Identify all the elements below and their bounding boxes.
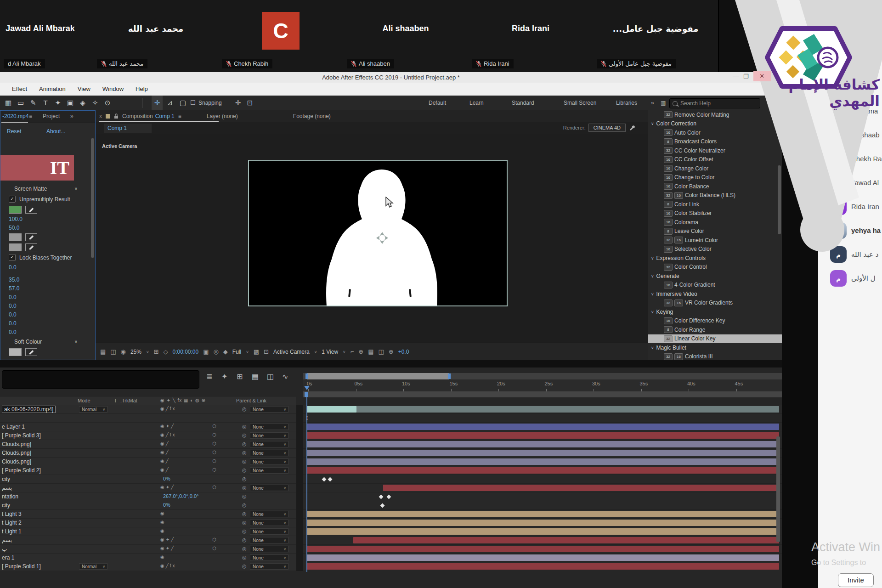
parent-dropdown[interactable]: None∨: [250, 441, 288, 447]
effects-item[interactable]: 8Broadcast Colors: [648, 137, 782, 147]
ec-dropdown-row[interactable]: Screen Matte∨: [0, 183, 91, 194]
layer-bar-cell[interactable]: [303, 519, 782, 527]
layer-name[interactable]: t Light 3: [2, 511, 22, 517]
layer-duration-bar[interactable]: [353, 537, 779, 543]
layer-duration-bar[interactable]: [307, 511, 779, 517]
tool-icon[interactable]: ✧: [90, 96, 101, 110]
menu-effect[interactable]: Effect: [12, 83, 27, 96]
layer-switches[interactable]: ◉╱: [160, 450, 170, 455]
tool-icon[interactable]: ⊙: [102, 96, 113, 110]
timeline-row[interactable]: Clouds.png]◉╱⬡◎None∨: [0, 449, 782, 458]
workspace-learn[interactable]: Learn: [469, 96, 484, 110]
layer-bar-cell[interactable]: [303, 501, 782, 510]
color-swatch[interactable]: [9, 348, 22, 356]
tool-icon[interactable]: ▦: [3, 96, 14, 110]
viewer-option[interactable]: 25%: [130, 349, 141, 355]
collapse-switch-icon[interactable]: ⬡: [212, 546, 216, 551]
tab-composition-name[interactable]: Comp 1: [155, 113, 175, 119]
menu-view[interactable]: View: [78, 83, 90, 96]
parent-dropdown[interactable]: None∨: [250, 528, 288, 535]
collapse-switch-icon[interactable]: ⬡: [212, 458, 216, 464]
layer-duration-bar[interactable]: [307, 546, 779, 552]
parent-dropdown[interactable]: None∨: [250, 424, 288, 430]
workspace-overflow-icon[interactable]: »: [651, 96, 654, 110]
layer-name[interactable]: Clouds.png]: [2, 441, 31, 447]
col-trkmat[interactable]: .TrkMat: [120, 398, 137, 403]
work-area-segment[interactable]: [307, 373, 449, 379]
effects-item[interactable]: 8Color Range: [648, 325, 782, 334]
pickwhip-icon[interactable]: ◎: [242, 476, 247, 482]
ec-dropdown-row[interactable]: Soft Colour∨: [0, 336, 91, 347]
color-swatch[interactable]: [9, 233, 22, 241]
layer-switches[interactable]: ◉✦╱: [160, 485, 175, 490]
layer-name-cell[interactable]: ب◉✦╱⬡◎None∨: [0, 545, 296, 554]
layer-name-cell[interactable]: Clouds.png]◉╱⬡◎None∨: [0, 449, 296, 458]
col-parent-link[interactable]: Parent & Link: [236, 398, 266, 403]
about-link[interactable]: About...: [46, 128, 65, 135]
tab-composition-label[interactable]: Composition: [122, 113, 153, 119]
timeline-toolbar-icon[interactable]: ✦: [221, 372, 227, 381]
tab-layer[interactable]: Layer (none): [207, 113, 238, 119]
viewer-icon[interactable]: ⊕: [358, 348, 363, 355]
pickwhip-icon[interactable]: ◎: [242, 511, 247, 517]
effects-item[interactable]: 16CC Color Offset: [648, 155, 782, 164]
effects-item[interactable]: 32Linear Color Key: [648, 334, 782, 344]
layer-name[interactable]: ب: [2, 546, 7, 552]
restore-button[interactable]: ❐: [743, 73, 749, 80]
tool-icon[interactable]: ▣: [65, 96, 76, 110]
ec-dropdown-label[interactable]: Soft Colour: [14, 339, 42, 345]
tool-icon[interactable]: T: [40, 96, 51, 110]
collapse-switch-icon[interactable]: ⬡: [212, 467, 216, 472]
timeline-row[interactable]: بسم◉✦╱⬡◎None∨: [0, 536, 782, 545]
pickwhip-icon[interactable]: ◎: [242, 520, 247, 526]
chevron-down-icon[interactable]: ∨: [651, 292, 654, 296]
viewer-icon[interactable]: ◎: [213, 348, 218, 355]
layer-duration-bar[interactable]: [307, 563, 779, 570]
camera-tool-icon[interactable]: ▢: [177, 96, 188, 110]
collapse-switch-icon[interactable]: ⬡: [212, 441, 216, 446]
layer-name-cell[interactable]: ak 08-06-2020.mp4]Normal∨◉╱fx◎None∨: [0, 405, 296, 414]
layer-bar-cell[interactable]: [303, 554, 782, 562]
ec-value[interactable]: 57.0: [9, 285, 19, 292]
work-area-end-handle[interactable]: [448, 373, 451, 379]
layer-switches[interactable]: ◉╱: [160, 458, 170, 464]
layer-bar-cell[interactable]: [303, 405, 782, 414]
timeline-row[interactable]: t Light 2◉◎None∨: [0, 519, 782, 527]
effects-item[interactable]: 16Color Stabilizer: [648, 209, 782, 218]
layer-bar-cell[interactable]: [303, 536, 782, 545]
workspace-default[interactable]: Default: [429, 96, 446, 110]
layer-duration-bar[interactable]: [307, 441, 779, 447]
pickwhip-icon[interactable]: ◎: [242, 450, 247, 456]
parent-dropdown[interactable]: None∨: [250, 520, 288, 526]
effects-group[interactable]: ∨Keying: [648, 307, 782, 317]
timeline-row[interactable]: t Light 3◉◎None∨: [0, 510, 782, 519]
collapse-switch-icon[interactable]: ⬡: [212, 432, 216, 437]
layer-bar-cell[interactable]: [303, 545, 782, 554]
participant-list-item[interactable]: مد عبد الله: [818, 246, 882, 266]
ec-value[interactable]: 0.0: [9, 320, 17, 327]
timeline-row[interactable]: ب◉✦╱⬡◎None∨: [0, 545, 782, 554]
keyframe-diamond[interactable]: [379, 495, 384, 499]
viewer-icon[interactable]: ▤: [100, 348, 106, 355]
pickwhip-icon[interactable]: ◎: [242, 546, 247, 552]
effects-item[interactable]: 32CC Color Neutralizer: [648, 146, 782, 155]
workspace-small-screen[interactable]: Small Screen: [564, 96, 596, 110]
layer-duration-bar[interactable]: [307, 467, 779, 474]
parent-dropdown[interactable]: None∨: [250, 546, 288, 552]
eyedropper-icon[interactable]: [25, 348, 37, 356]
effects-item[interactable]: 8Leave Color: [648, 227, 782, 236]
ec-value[interactable]: 0.0: [9, 264, 17, 271]
layer-name[interactable]: [ Purple Solid 3]: [2, 432, 41, 439]
effects-scrollbar[interactable]: [778, 165, 781, 234]
layer-name[interactable]: [ Purple Solid 2]: [2, 467, 41, 474]
effects-group[interactable]: ∨Magic Bullet: [648, 343, 782, 352]
chat-menu-item[interactable]: Find a part: [851, 29, 882, 37]
layer-bar-cell[interactable]: [303, 431, 782, 440]
ec-swatch-row[interactable]: [0, 347, 91, 357]
parent-dropdown[interactable]: None∨: [250, 467, 288, 474]
keyframe-diamond[interactable]: [322, 477, 327, 482]
participant-list-item[interactable]: CChekh Ra: [818, 151, 882, 171]
layer-bar-cell[interactable]: [303, 562, 782, 571]
layer-name[interactable]: era 1: [2, 554, 14, 561]
layer-name[interactable]: city: [2, 502, 10, 509]
